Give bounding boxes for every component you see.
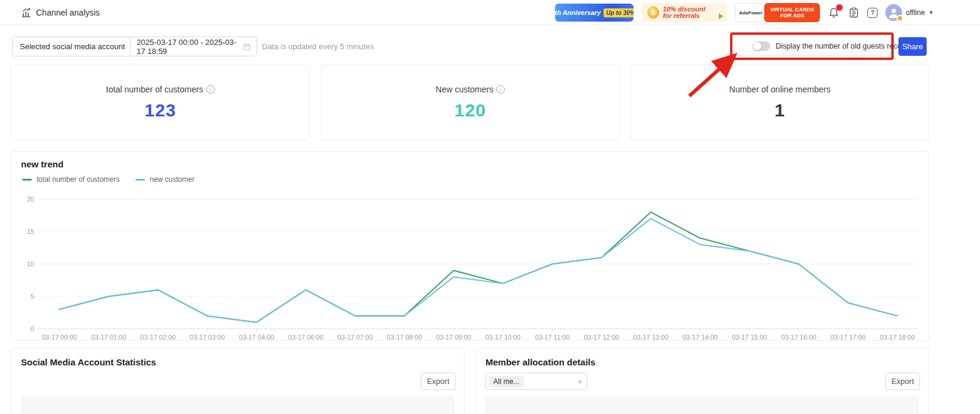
member-filter-value: All me... (489, 376, 524, 388)
line-chart: 0510152003-17 00:0003-17 01:0003-17 02:0… (21, 186, 922, 344)
stat-value: 120 (454, 100, 486, 121)
anniversary-text: 4th Anniversary (555, 9, 601, 16)
calendar-icon (243, 43, 251, 51)
svg-text:03-17 01:00: 03-17 01:00 (91, 334, 126, 341)
top-bar: Channel analysis 4th Anniversary Up to 3… (0, 0, 980, 25)
legend-item-new-customer[interactable]: new customer (135, 175, 195, 184)
page-title: Channel analysis (36, 8, 100, 17)
red-annotation-box: Display the number of old guests receive… (730, 32, 894, 60)
svg-text:5: 5 (31, 293, 34, 300)
member-allocation-panel: Member allocation details All me... ∨ Ex… (475, 348, 929, 414)
panel-title: Social Media Account Statistics (21, 357, 454, 367)
stat-card-total-customers: total number of customers i 123 (11, 65, 310, 140)
play-triangle-icon (719, 13, 723, 19)
old-guests-toggle[interactable] (752, 41, 770, 51)
toggle-knob (753, 42, 761, 50)
panel-title: Member allocation details (486, 357, 919, 367)
svg-text:03-17 04:00: 03-17 04:00 (239, 334, 275, 341)
new-trend-card: new trend total number of customers new … (11, 151, 929, 341)
table-header-placeholder (486, 395, 919, 414)
referral-text: 10% discount for referrals (663, 6, 705, 19)
table-header-placeholder (21, 395, 454, 414)
legend-swatch-green (22, 179, 32, 181)
svg-text:03-17 10:00: 03-17 10:00 (486, 334, 521, 341)
anniversary-discount-badge: Up to 30% (604, 8, 634, 17)
chevron-down-icon: ∨ (578, 378, 582, 385)
stat-card-new-customers: New customers i 120 (321, 65, 620, 140)
svg-text:03-17 13:00: 03-17 13:00 (633, 334, 668, 341)
legend-swatch-blue (135, 179, 145, 181)
date-range-value: 2025-03-17 00:00 - 2025-03-17 18:59 (137, 38, 243, 56)
svg-text:03-17 14:00: 03-17 14:00 (683, 334, 718, 341)
legend-item-total-customers[interactable]: total number of customers (22, 175, 120, 184)
member-filter-select[interactable]: All me... ∨ (486, 373, 587, 390)
selected-account-chip[interactable]: Selected social media account ✕ (12, 37, 146, 56)
avatar (885, 4, 902, 21)
svg-text:03-17 07:00: 03-17 07:00 (337, 334, 373, 341)
stat-label: total number of customers i (106, 85, 215, 94)
info-icon[interactable]: i (496, 85, 505, 94)
stat-value: 1 (774, 100, 785, 121)
svg-text:03-17 15:00: 03-17 15:00 (732, 334, 767, 341)
svg-text:0: 0 (31, 325, 34, 332)
coin-icon: $ (647, 7, 659, 19)
chevron-down-icon: ▼ (928, 10, 934, 16)
channel-analysis-icon (22, 8, 31, 17)
svg-text:03-17 18:00: 03-17 18:00 (880, 334, 915, 341)
old-guests-toggle-label: Display the number of old guests receive… (776, 42, 915, 50)
export-button[interactable]: Export (421, 373, 456, 390)
date-range-picker[interactable]: 2025-03-17 00:00 - 2025-03-17 18:59 (130, 37, 257, 56)
stat-card-online-members: Number of online members 1 (631, 65, 929, 140)
social-media-stats-panel: Social Media Account Statistics Export (11, 348, 465, 414)
svg-text:20: 20 (27, 196, 34, 203)
referral-discount-banner[interactable]: $ 10% discount for referrals (641, 3, 727, 22)
svg-text:15: 15 (27, 228, 34, 235)
stat-label: Number of online members (729, 85, 831, 94)
svg-text:03-17 08:00: 03-17 08:00 (387, 334, 422, 341)
svg-text:10: 10 (27, 260, 34, 268)
stat-value: 123 (144, 100, 176, 121)
svg-text:03-17 09:00: 03-17 09:00 (436, 334, 472, 341)
selected-account-chip-label: Selected social media account (20, 42, 125, 51)
clipboard-icon[interactable] (848, 7, 860, 19)
user-menu[interactable]: offline ▼ (885, 4, 934, 21)
svg-text:03-17 12:00: 03-17 12:00 (584, 334, 619, 341)
virtual-cards-text: VIRTUAL CARDS FOR ADS (764, 3, 820, 22)
status-dot (897, 15, 903, 22)
help-icon[interactable]: ? (867, 8, 878, 18)
data-update-note: Data is updated every 5 minutes (262, 42, 373, 51)
svg-text:03-17 00:00: 03-17 00:00 (42, 334, 77, 341)
virtual-cards-banner[interactable]: AdsPower VIRTUAL CARDS FOR ADS (735, 3, 820, 22)
stat-label: New customers i (436, 85, 505, 94)
chart-title: new trend (21, 159, 924, 169)
share-button[interactable]: Share (898, 37, 927, 56)
adspower-logo: AdsPower (735, 3, 766, 22)
svg-text:03-17 17:00: 03-17 17:00 (830, 334, 866, 341)
anniversary-banner[interactable]: 4th Anniversary Up to 30% (555, 4, 634, 22)
svg-text:03-17 02:00: 03-17 02:00 (140, 334, 176, 341)
channel-analysis-page: Channel analysis 4th Anniversary Up to 3… (0, 0, 980, 414)
svg-text:03-17 11:00: 03-17 11:00 (535, 334, 569, 341)
page-title-group: Channel analysis (22, 0, 100, 25)
svg-text:03-17 06:00: 03-17 06:00 (288, 334, 324, 341)
export-button[interactable]: Export (885, 373, 920, 390)
notification-badge (836, 4, 843, 11)
svg-text:03-17 03:00: 03-17 03:00 (189, 334, 225, 341)
user-status-label: offline (906, 8, 925, 17)
svg-text:03-17 16:00: 03-17 16:00 (781, 334, 816, 341)
top-bar-right: 4th Anniversary Up to 30% $ 10% discount… (555, 0, 934, 25)
info-icon[interactable]: i (206, 85, 215, 94)
chart-legend: total number of customers new customer (22, 175, 924, 184)
notification-bell-icon[interactable] (828, 7, 840, 19)
